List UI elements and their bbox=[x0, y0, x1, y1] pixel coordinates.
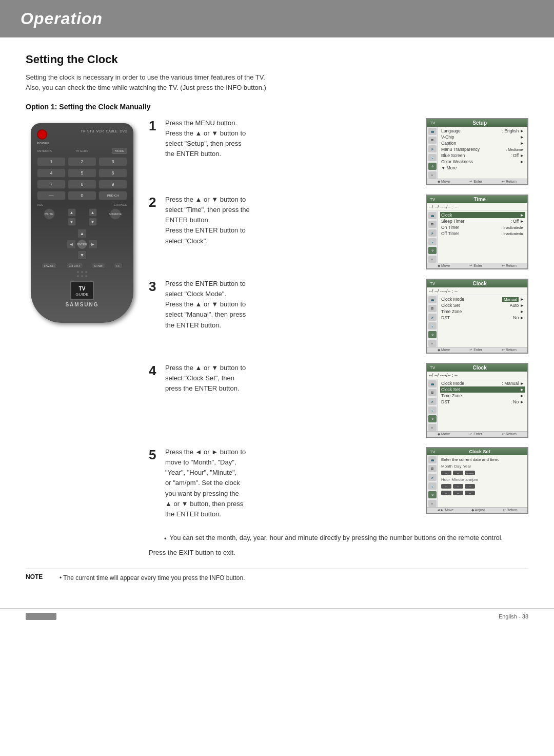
option-title: Option 1: Setting the Clock Manually bbox=[26, 103, 528, 111]
page-footer: English - 38 bbox=[0, 608, 554, 624]
step-4: 4 Press the ▲ or ▼ button to select "Clo… bbox=[149, 363, 528, 438]
fav-ch-button[interactable]: FAV.CH bbox=[42, 263, 57, 269]
ch-up[interactable]: ▲ bbox=[89, 208, 97, 217]
btn-7[interactable]: 7 bbox=[37, 180, 66, 189]
number-grid: 1 2 3 4 5 6 7 8 9 — 0 PRE-CH bbox=[37, 157, 127, 200]
btn-8[interactable]: 8 bbox=[68, 180, 96, 189]
step-3: 3 Press the ENTER button to select "Cloc… bbox=[149, 279, 528, 354]
ch-list-button[interactable]: CH LIST bbox=[66, 263, 83, 269]
tv-screen-clock1: TV Clock --/ --/ ----/-- : -- 📺 🖼 🔊 bbox=[426, 279, 528, 354]
ch-down[interactable]: ▼ bbox=[89, 218, 97, 226]
power-button[interactable] bbox=[37, 129, 47, 140]
samsung-logo: SAMSUNG bbox=[37, 302, 127, 307]
note-section: NOTE • The current time will appear ever… bbox=[26, 569, 528, 583]
tv-guide-logo: TV GUIDE bbox=[70, 281, 93, 300]
btn-3[interactable]: 3 bbox=[98, 157, 127, 166]
mute-button[interactable]: MUTE bbox=[44, 208, 55, 220]
footer-bar bbox=[26, 613, 56, 620]
source-button[interactable]: SOURCE bbox=[110, 208, 121, 220]
section-title: Setting the Clock bbox=[26, 53, 528, 66]
footer-page: English - 38 bbox=[499, 613, 528, 619]
intro-line1: Setting the clock is necessary in order … bbox=[26, 72, 528, 92]
btn-1[interactable]: 1 bbox=[37, 157, 66, 166]
page-title: Operation bbox=[21, 9, 533, 28]
d-net-button[interactable]: D-Net bbox=[92, 263, 105, 269]
tv-screen-time: TV Time --/ --/ ----/-- : -- 📺 🖼 🔊 bbox=[426, 195, 528, 269]
power-label: POWER bbox=[37, 142, 50, 145]
btn-2[interactable]: 2 bbox=[68, 157, 96, 166]
btn-4[interactable]: 4 bbox=[37, 168, 66, 178]
btn-dash[interactable]: — bbox=[37, 191, 66, 200]
dpad-enter[interactable]: ENTER bbox=[77, 240, 87, 249]
step-1: 1 Press the MENU button. Press the ▲ or … bbox=[149, 118, 528, 185]
vol-up[interactable]: ▲ bbox=[68, 208, 76, 217]
source-labels: TV STB VCR CABLE DVD bbox=[81, 129, 127, 133]
note-label: NOTE bbox=[26, 573, 51, 583]
vol-down[interactable]: ▼ bbox=[68, 218, 76, 226]
header-bar: Operation bbox=[0, 0, 554, 37]
remote-control: POWER TV STB VCR CABLE DVD ANTENNA TV Gu… bbox=[31, 123, 133, 323]
note-text: • The current time will appear every tim… bbox=[60, 573, 245, 583]
exit-note: Press the EXIT button to exit. bbox=[149, 549, 528, 556]
dpad-up[interactable]: ▲ bbox=[77, 229, 87, 238]
btn-0[interactable]: 0 bbox=[68, 191, 96, 200]
tv-screen-clock-set: TV Clock Set 📺 🖼 🔊 📡 ⚙ bbox=[426, 447, 528, 514]
btn-5[interactable]: 5 bbox=[68, 168, 96, 178]
btn-6[interactable]: 6 bbox=[98, 168, 127, 178]
ff-button[interactable]: FF bbox=[114, 263, 123, 269]
tv-screen-clock2: TV Clock --/ --/ ----/-- : -- 📺 🖼 🔊 bbox=[426, 363, 528, 438]
directional-pad: ▲ ▼ ◄ ► ENTER bbox=[67, 229, 97, 260]
dpad-right[interactable]: ► bbox=[88, 240, 97, 249]
step-5: 5 Press the ◄ or ► button to move to "Mo… bbox=[149, 447, 528, 519]
dpad-left[interactable]: ◄ bbox=[67, 240, 76, 249]
mode-button[interactable]: MODE bbox=[112, 148, 127, 154]
bullet-notes: • You can set the month, day, year, hour… bbox=[164, 533, 528, 544]
btn-prech[interactable]: PRE-CH bbox=[98, 191, 127, 200]
btn-9[interactable]: 9 bbox=[98, 180, 127, 189]
dpad-down[interactable]: ▼ bbox=[77, 250, 87, 260]
tv-screen-setup: TV Setup 📺 🖼 🔊 📡 ⚙ bbox=[426, 118, 528, 185]
step-2: 2 Press the ▲ or ▼ button to select "Tim… bbox=[149, 195, 528, 269]
